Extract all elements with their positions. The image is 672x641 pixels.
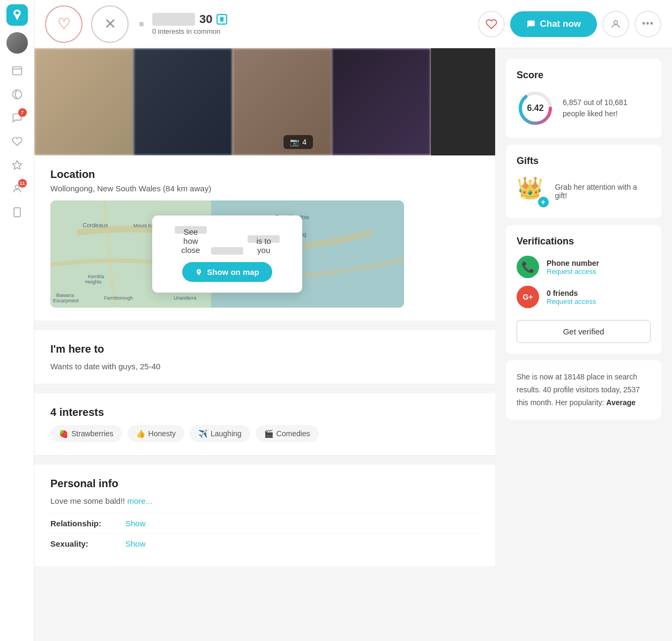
relationship-row: Relationship: Show [50,513,479,533]
popularity-level: Average [606,398,636,407]
main-wrapper: ♡ ✕ 30 0 interests in common Chat now [34,0,672,567]
profile-age: 30 [199,12,212,26]
dislike-button[interactable]: ✕ [91,5,129,43]
personal-info-section: Personal info Love me some bald!! more..… [34,465,495,567]
camera-icon: 📷 [290,138,299,146]
sidebar: 7 11 [0,0,34,567]
svg-point-8 [614,20,618,24]
svg-text:Illawarra: Illawarra [56,293,74,298]
sidebar-item-app[interactable] [6,202,28,223]
comedies-icon: 🎬 [264,429,273,438]
divider-2 [34,389,495,389]
user-avatar[interactable] [6,32,28,54]
interest-label: Strawberries [71,429,114,438]
score-title: Score [517,70,651,81]
score-card: Score 6.42 [506,59,661,138]
messages-badge: 7 [18,108,27,117]
sexuality-row: Sexuality: Show [50,533,479,554]
show-on-map-button[interactable]: Show on map [182,262,272,282]
sexuality-label: Sexuality: [50,539,125,548]
gift-plus[interactable]: + [538,197,549,207]
sidebar-item-explore[interactable] [6,84,28,105]
google-icon: G+ [517,286,539,308]
svg-point-4 [15,185,19,189]
svg-rect-7 [221,17,224,21]
chat-now-button[interactable]: Chat now [510,11,598,37]
popularity-section: She is now at 18148 place in search resu… [506,360,661,420]
svg-text:Unanderra: Unanderra [174,295,197,301]
phone-action[interactable]: Request access [547,267,599,275]
interests-list: 🍓 Strawberries 👍 Honesty ✈️ Laughing 🎬 C… [50,425,479,442]
svg-rect-5 [14,208,20,217]
interest-comedies: 🎬 Comedies [256,425,319,442]
like-button[interactable]: ♡ [45,5,83,43]
interest-label: Honesty [148,429,176,438]
map-container: Cordeaux Fairy Meadow Keiraville North W… [50,200,404,308]
svg-text:Heights: Heights [85,279,102,285]
strawberry-icon: 🍓 [59,429,68,438]
profile-name [152,13,195,26]
get-verified-button[interactable]: Get verified [517,320,651,343]
content-area: 📷 4 Location Wollongong, New South Wales… [34,48,672,567]
gift-icon: 👑 [517,176,543,199]
gifts-title: Gifts [517,155,651,167]
gifts-row: 👑 + Grab her attention with a gift! [517,175,651,207]
phone-info: Phone number Request access [547,259,599,275]
phone-icon: 📞 [517,256,539,278]
visitors-badge: 11 [18,179,27,188]
show-on-map-label: Show on map [207,267,259,277]
profile-button[interactable] [602,11,629,38]
sexuality-value[interactable]: Show [125,539,146,548]
map-overlay-text: See how close is to you [168,226,286,255]
sidebar-item-messages[interactable]: 7 [6,107,28,129]
here-to-text: Wants to date with guys, 25-40 [50,362,479,371]
here-to-section: I'm here to Wants to date with guys, 25-… [34,330,495,384]
divider-3 [34,460,495,460]
google-action[interactable]: Request access [547,297,596,305]
topbar: ♡ ✕ 30 0 interests in common Chat now [34,0,672,48]
interest-label: Comedies [277,429,310,438]
like-icon-button[interactable] [478,11,505,38]
svg-point-2 [12,90,21,99]
phone-label: Phone number [547,259,599,267]
location-text: Wollongong, New South Wales (84 km away) [50,184,479,193]
more-dots: ••• [642,18,654,29]
map-overlay: See how close is to you Show on map [152,215,302,293]
photos-section: 📷 4 [34,48,495,155]
sidebar-item-favorites[interactable] [6,154,28,176]
interest-label: Laughing [211,429,242,438]
relationship-value[interactable]: Show [125,519,146,528]
personal-bio: Love me some bald!! more... [50,496,479,505]
more-button[interactable]: ••• [634,11,661,38]
divider-1 [34,325,495,326]
svg-text:Escarpment: Escarpment [53,298,79,303]
personal-info-title: Personal info [50,478,479,490]
interests-title: 4 interests [50,406,479,419]
gift-description: Grab her attention with a gift! [555,183,651,200]
score-desc: 6,857 out of 10,681 people liked her! [563,97,628,120]
chat-now-label: Chat now [540,19,581,29]
sidebar-item-cards[interactable] [6,60,28,81]
app-logo[interactable] [6,4,28,26]
score-circle: 6.42 [517,90,554,127]
interest-strawberries: 🍓 Strawberries [50,425,122,442]
profile-info: 30 0 interests in common [152,12,227,35]
score-row: 6.42 6,857 out of 10,681 people liked he… [517,90,651,127]
svg-text:Kembla: Kembla [88,274,104,279]
interest-laughing: ✈️ Laughing [190,425,250,442]
svg-marker-3 [12,161,21,169]
gift-icon-wrap: 👑 + [517,175,549,207]
sidebar-item-likes[interactable] [6,131,28,152]
google-label: 0 friends [547,289,596,297]
laughing-icon: ✈️ [198,429,207,438]
relationship-label: Relationship: [50,519,125,528]
google-verification: G+ 0 friends Request access [517,286,651,308]
sidebar-item-visitors[interactable]: 11 [6,178,28,199]
score-out-of: 6,857 out of 10,681 [563,97,628,108]
svg-rect-0 [12,67,21,75]
honesty-icon: 👍 [136,429,145,438]
more-link[interactable]: more... [127,496,152,505]
score-value: 6.42 [527,103,543,113]
interests-count: 0 interests in common [152,27,227,35]
device-icon [216,14,227,25]
